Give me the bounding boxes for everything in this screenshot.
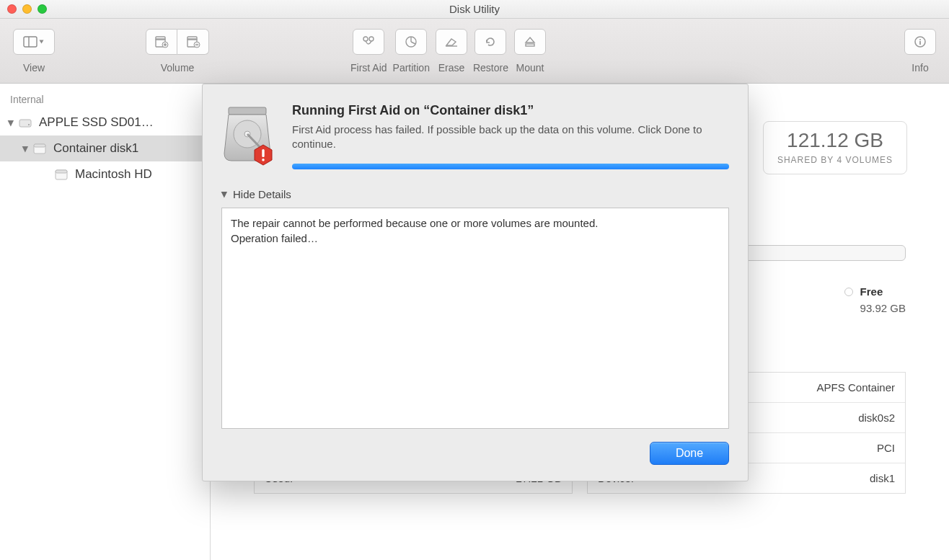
svg-rect-3: [156, 37, 165, 40]
capacity-value: 121.12 GB: [772, 129, 898, 152]
svg-rect-27: [229, 107, 266, 115]
detail-value: disk1: [870, 472, 895, 484]
svg-point-12: [369, 37, 374, 41]
disclosure-triangle-icon[interactable]: ▶: [6, 119, 16, 126]
legend-free-label: Free: [860, 285, 883, 298]
detail-value: PCI: [877, 442, 895, 454]
info-label: Info: [912, 62, 928, 74]
sidebar: Internal ▶ APPLE SSD SD01… ▶ Container d…: [0, 84, 211, 560]
eject-icon: [524, 35, 536, 48]
progress-bar: [292, 164, 729, 169]
capacity-subtitle: SHARED BY 4 VOLUMES: [772, 155, 898, 165]
toolbar: View Volume: [0, 19, 949, 84]
titlebar: Disk Utility: [0, 0, 949, 19]
disclosure-triangle-icon: ▶: [220, 191, 229, 197]
erase-label: Erase: [438, 62, 465, 74]
sidebar-item-container[interactable]: ▶ Container disk1: [0, 135, 210, 161]
capacity-box: 121.12 GB SHARED BY 4 VOLUMES: [763, 121, 907, 174]
svg-rect-26: [56, 170, 67, 173]
firstaid-label: First Aid: [350, 62, 387, 74]
detail-value: disk0s2: [858, 412, 895, 424]
sidebar-item-volume[interactable]: Macintosh HD: [0, 161, 210, 187]
partition-icon: [405, 35, 418, 48]
svg-point-19: [919, 39, 921, 40]
svg-line-15: [411, 42, 415, 44]
done-button-label: Done: [676, 447, 703, 460]
log-line: The repair cannot be performed because o…: [231, 215, 720, 231]
firstaid-button[interactable]: [353, 29, 384, 55]
window-title: Disk Utility: [0, 3, 949, 15]
done-button[interactable]: Done: [650, 442, 729, 465]
volume-remove-icon: [186, 35, 200, 48]
volume-label: Volume: [161, 62, 195, 74]
legend-free-value: 93.92 GB: [860, 302, 906, 314]
partition-button[interactable]: [395, 29, 427, 55]
dialog-message: First Aid process has failed. If possibl…: [292, 123, 729, 152]
erase-button[interactable]: [436, 29, 467, 55]
details-toggle[interactable]: ▶ Hide Details: [221, 188, 729, 200]
dialog-title: Running First Aid on “Container disk1”: [292, 103, 729, 118]
volume-remove-button[interactable]: [177, 29, 209, 55]
svg-rect-17: [526, 44, 534, 46]
log-line: Operation failed…: [231, 231, 720, 246]
details-toggle-label: Hide Details: [233, 188, 291, 200]
volume-add-icon: [154, 35, 169, 48]
sidebar-item-label: Container disk1: [53, 141, 138, 156]
svg-rect-24: [34, 144, 45, 147]
view-label: View: [23, 62, 45, 74]
details-log[interactable]: The repair cannot be performed because o…: [221, 208, 729, 430]
volume-icon: [53, 166, 69, 182]
sidebar-item-label: Macintosh HD: [75, 167, 152, 182]
svg-point-22: [28, 124, 30, 125]
usage-legend: Free 93.92 GB: [844, 285, 906, 314]
svg-rect-21: [19, 120, 31, 127]
disclosure-triangle-icon[interactable]: ▶: [21, 145, 30, 152]
info-button[interactable]: [904, 29, 936, 55]
firstaid-dialog: Running First Aid on “Container disk1” F…: [202, 84, 749, 481]
disk-error-icon: [221, 103, 278, 168]
svg-rect-8: [187, 37, 197, 40]
mount-button[interactable]: [514, 29, 546, 55]
legend-swatch-free: [844, 288, 853, 296]
svg-rect-31: [262, 149, 264, 157]
info-icon: [914, 35, 927, 48]
sidebar-icon: [23, 36, 45, 48]
harddrive-icon: [17, 115, 33, 130]
restore-icon: [484, 35, 497, 48]
restore-label: Restore: [473, 62, 508, 74]
volume-add-button[interactable]: [146, 29, 177, 55]
svg-rect-0: [24, 37, 37, 47]
svg-rect-32: [262, 159, 264, 161]
mount-label: Mount: [516, 62, 544, 74]
view-button[interactable]: [13, 29, 55, 55]
sidebar-item-physical-disk[interactable]: ▶ APPLE SSD SD01…: [0, 110, 210, 135]
volume-icon: [32, 141, 48, 156]
stethoscope-icon: [361, 35, 376, 48]
erase-icon: [444, 36, 459, 48]
svg-point-11: [363, 37, 368, 41]
partition-label: Partition: [393, 62, 430, 74]
sidebar-item-label: APPLE SSD SD01…: [39, 115, 154, 130]
detail-value: APFS Container: [817, 381, 895, 394]
restore-button[interactable]: [474, 29, 506, 55]
sidebar-section-header: Internal: [0, 91, 210, 110]
